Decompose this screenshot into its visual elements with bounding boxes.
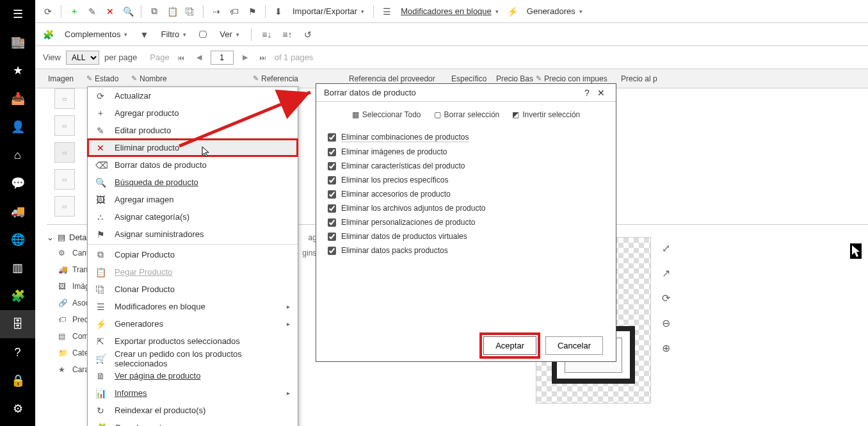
- opt-virtual[interactable]: Eliminar datos de productos virtuales: [328, 229, 604, 243]
- list-icon[interactable]: ☰: [379, 4, 394, 19]
- opt-combinations[interactable]: Eliminar combinaciones de productos: [328, 130, 604, 145]
- cm-erase-data[interactable]: ⌫Borrar datos de producto: [88, 156, 298, 174]
- cm-create-order[interactable]: 🛒Crear un pedido con los productos selec…: [88, 350, 298, 367]
- cm-reports[interactable]: 📊Informes: [88, 384, 298, 402]
- refresh-icon[interactable]: ⟳: [40, 4, 56, 19]
- supplier-icon[interactable]: ⚑: [245, 4, 260, 19]
- product-thumb[interactable]: ▭: [54, 142, 75, 163]
- cm-delete-product[interactable]: ✕Eliminar producto: [88, 139, 298, 156]
- clone-icon[interactable]: ⿻: [182, 4, 198, 19]
- opt-accessories[interactable]: Eliminar accesorios de producto: [328, 187, 604, 201]
- col-reference[interactable]: ✎Referencia: [253, 74, 349, 83]
- puzzle-icon[interactable]: 🧩: [40, 27, 56, 42]
- checkbox[interactable]: [328, 190, 336, 199]
- product-thumb[interactable]: ▭: [54, 196, 75, 217]
- cm-view-product-page[interactable]: 🗎Ver página de producto: [88, 367, 298, 384]
- cm-add-image[interactable]: 🖼Agregar imagen: [88, 191, 298, 208]
- cm-copy-product[interactable]: ⧉Copiar Producto: [88, 246, 298, 263]
- prev-page-icon[interactable]: ◀: [193, 51, 205, 64]
- sidebar-chat-icon[interactable]: 💬: [0, 169, 35, 197]
- checkbox[interactable]: [328, 204, 336, 213]
- clear-selection-button[interactable]: ▢Borrar selección: [434, 110, 500, 119]
- cm-bulk-mods[interactable]: ☰Modificadores en bloque: [88, 298, 298, 315]
- sidebar-lock-icon[interactable]: 🔒: [0, 366, 35, 395]
- opt-features[interactable]: Eliminar características del producto: [328, 159, 604, 173]
- checkbox[interactable]: [328, 218, 336, 227]
- opt-customizations[interactable]: Eliminar personalizaciones de producto: [328, 215, 604, 229]
- opt-images[interactable]: Eliminar imágenes de producto: [328, 145, 604, 159]
- cm-addons[interactable]: 🧩Complementos: [88, 419, 298, 426]
- download-icon[interactable]: ⬇: [271, 4, 286, 19]
- open-icon[interactable]: ↗: [662, 267, 670, 279]
- col-name[interactable]: ✎Nombre: [131, 74, 253, 83]
- reset-icon[interactable]: ↺: [300, 27, 316, 42]
- cm-export-selected[interactable]: ⇱Exportar productos seleccionados: [88, 332, 298, 350]
- paste-icon[interactable]: 📋: [165, 4, 180, 19]
- sidebar-chart-icon[interactable]: ▥: [0, 254, 35, 282]
- sidebar-truck-icon[interactable]: 🚚: [0, 197, 35, 225]
- search-icon[interactable]: 🔍: [120, 4, 136, 19]
- col-specific[interactable]: Específico: [451, 74, 496, 83]
- sidebar-archive-icon[interactable]: 🗄: [0, 310, 35, 338]
- sidebar-gear-icon[interactable]: ⚙: [0, 395, 35, 423]
- checkbox[interactable]: [328, 176, 336, 184]
- first-page-icon[interactable]: ⏮: [175, 51, 188, 64]
- product-thumb[interactable]: ▭: [54, 169, 75, 190]
- cm-add-product[interactable]: ＋Agregar producto: [88, 104, 298, 122]
- sidebar-store-icon[interactable]: 🏬: [0, 28, 35, 56]
- cancel-button[interactable]: Cancelar: [545, 336, 603, 355]
- sidebar-inbox-icon[interactable]: 📥: [0, 85, 35, 113]
- view-icon[interactable]: 🖵: [195, 27, 211, 42]
- category-icon[interactable]: 🏷: [227, 4, 242, 19]
- col-price-tax[interactable]: Precio con impues: [544, 74, 621, 83]
- sidebar-menu-icon[interactable]: ☰: [0, 0, 35, 28]
- cm-generators[interactable]: ⚡Generadores: [88, 315, 298, 332]
- generators-dropdown[interactable]: Generadores: [523, 5, 586, 17]
- opt-packs[interactable]: Eliminar datos packs productos: [328, 243, 604, 258]
- delete-icon[interactable]: ✕: [102, 4, 118, 19]
- next-page-icon[interactable]: ▶: [239, 51, 252, 64]
- checkbox[interactable]: [328, 233, 336, 241]
- cm-reindex[interactable]: ↻Reindexar el producto(s): [88, 402, 298, 419]
- filter-icon[interactable]: ▼: [136, 27, 152, 42]
- col-price-at[interactable]: Precio al p: [621, 74, 666, 83]
- add-icon[interactable]: ＋: [67, 4, 82, 19]
- page-input[interactable]: [211, 51, 234, 65]
- refresh-icon[interactable]: ⟳: [662, 292, 670, 304]
- cm-refresh[interactable]: ⟳Actualizar: [88, 87, 298, 104]
- bulk-mods-dropdown[interactable]: Modificadores en bloque: [397, 5, 502, 17]
- cm-assign-suppliers[interactable]: ⚑Asignar suministradores: [88, 225, 298, 243]
- copy-icon[interactable]: ⧉: [147, 4, 162, 19]
- checkbox[interactable]: [328, 148, 336, 156]
- cm-edit-product[interactable]: ✎Editar producto: [88, 122, 298, 139]
- opt-specific-prices[interactable]: Eliminar los precios específicos: [328, 173, 604, 187]
- filter-dropdown[interactable]: Filtro: [157, 28, 190, 40]
- expand-icon[interactable]: ⤢: [662, 242, 670, 254]
- sort-desc-icon[interactable]: ≡↑: [280, 27, 295, 42]
- cm-clone-product[interactable]: ⿻Clonar Producto: [88, 281, 298, 298]
- zoom-in-icon[interactable]: ⊕: [662, 342, 670, 354]
- sidebar-puzzle-icon[interactable]: 🧩: [0, 282, 35, 310]
- import-export-dropdown[interactable]: Importar/Exportar: [289, 5, 368, 17]
- sidebar-globe-icon[interactable]: 🌐: [0, 225, 35, 254]
- checkbox[interactable]: [328, 162, 336, 170]
- checkbox[interactable]: [328, 133, 336, 142]
- col-state[interactable]: ✎Estado: [86, 74, 131, 83]
- select-all-button[interactable]: ▦Seleccionar Todo: [352, 110, 421, 119]
- view-dropdown[interactable]: Ver: [216, 28, 243, 40]
- edit-icon[interactable]: ✎: [84, 4, 100, 19]
- accept-button[interactable]: Aceptar: [483, 336, 536, 355]
- bolt-icon[interactable]: ⚡: [505, 4, 520, 19]
- cm-assign-category[interactable]: ⛬Asignar categoría(s): [88, 208, 298, 225]
- sidebar-user-icon[interactable]: 👤: [0, 113, 35, 141]
- product-thumb[interactable]: ▭: [54, 115, 75, 136]
- close-icon[interactable]: ✕: [594, 88, 608, 98]
- addons-dropdown[interactable]: Complementos: [61, 28, 131, 40]
- sort-asc-icon[interactable]: ≡↓: [259, 27, 275, 42]
- zoom-out-icon[interactable]: ⊖: [662, 317, 670, 329]
- sidebar-star-icon[interactable]: ★: [0, 56, 35, 85]
- perpage-select[interactable]: ALL: [66, 51, 99, 65]
- sidebar-home-icon[interactable]: ⌂: [0, 141, 35, 169]
- invert-selection-button[interactable]: ◩Invertir selección: [512, 110, 580, 119]
- move-icon[interactable]: ⇢: [209, 4, 224, 19]
